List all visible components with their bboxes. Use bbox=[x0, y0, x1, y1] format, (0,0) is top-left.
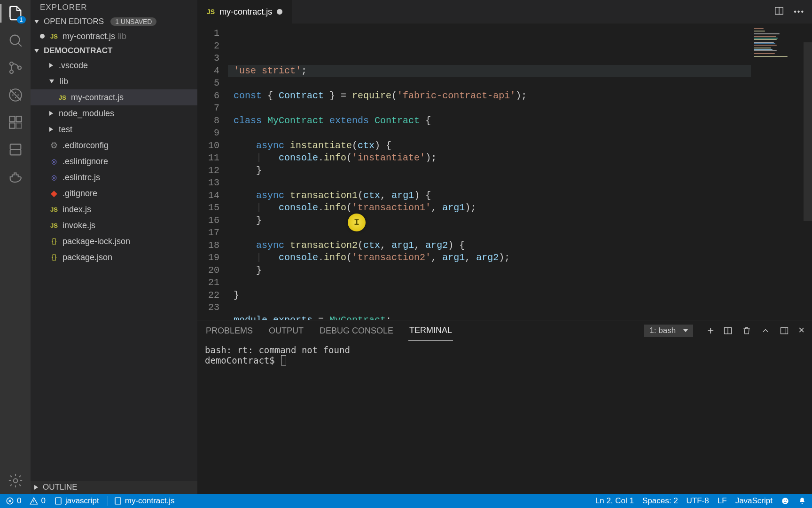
json-file-icon: {} bbox=[49, 253, 59, 262]
search-icon[interactable] bbox=[6, 31, 25, 50]
js-file-icon: JS bbox=[49, 206, 59, 213]
folder-test[interactable]: test bbox=[31, 121, 197, 137]
project-header[interactable]: DEMOCONTRACT bbox=[31, 44, 197, 57]
split-editor-icon[interactable] bbox=[774, 6, 784, 18]
status-file-path[interactable]: my-contract.js bbox=[108, 496, 175, 506]
file-eslintrc[interactable]: ◎.eslintrc.js bbox=[31, 169, 197, 185]
source-control-icon[interactable] bbox=[6, 58, 25, 77]
tab-bar: JS my-contract.js ••• bbox=[197, 0, 812, 24]
status-language[interactable]: JavaScript bbox=[735, 496, 773, 506]
dirty-indicator-icon bbox=[40, 34, 45, 39]
svg-point-2 bbox=[9, 70, 13, 73]
explorer-badge: 1 bbox=[17, 16, 26, 24]
eslint-icon: ◎ bbox=[49, 158, 59, 165]
tab-debug-console[interactable]: DEBUG CONSOLE bbox=[319, 321, 394, 341]
code-content[interactable]: 'use strict'; const { Contract } = requi… bbox=[228, 24, 751, 320]
settings-gear-icon[interactable] bbox=[6, 471, 25, 490]
close-panel-icon[interactable]: × bbox=[798, 324, 804, 337]
open-editors-label: OPEN EDITORS bbox=[44, 17, 104, 26]
js-file-icon: JS bbox=[49, 33, 59, 40]
svg-point-1 bbox=[9, 62, 13, 65]
status-errors[interactable]: 0 bbox=[6, 496, 21, 506]
maximize-panel-icon[interactable] bbox=[761, 324, 770, 337]
svg-rect-9 bbox=[10, 150, 21, 155]
project-name: DEMOCONTRACT bbox=[44, 46, 112, 56]
file-package[interactable]: {}package.json bbox=[31, 249, 197, 265]
status-warnings[interactable]: 0 bbox=[30, 496, 45, 506]
folder-node-modules[interactable]: node_modules bbox=[31, 105, 197, 121]
file-my-contract[interactable]: JSmy-contract.js bbox=[31, 89, 197, 105]
svg-rect-10 bbox=[10, 144, 21, 150]
json-file-icon: {} bbox=[49, 237, 59, 246]
folder-lib[interactable]: lib bbox=[31, 73, 197, 89]
svg-rect-16 bbox=[55, 498, 61, 504]
gear-icon: ⚙ bbox=[49, 140, 59, 151]
status-bar: 0 0 javascript my-contract.js Ln 2, Col … bbox=[0, 494, 812, 508]
outline-label: OUTLINE bbox=[43, 483, 78, 492]
blockchain-icon[interactable] bbox=[6, 140, 25, 159]
editor-area: JS my-contract.js ••• 123456789101112131… bbox=[197, 0, 812, 494]
open-editor-filename: my-contract.js bbox=[62, 32, 115, 41]
eslint-icon: ◎ bbox=[49, 174, 59, 181]
tab-my-contract[interactable]: JS my-contract.js bbox=[197, 0, 292, 24]
sidebar: EXPLORER OPEN EDITORS 1 UNSAVED JS my-co… bbox=[31, 0, 197, 494]
unsaved-badge: 1 UNSAVED bbox=[110, 17, 156, 26]
tab-output[interactable]: OUTPUT bbox=[268, 321, 304, 341]
tab-terminal[interactable]: TERMINAL bbox=[408, 321, 453, 341]
file-invoke[interactable]: JSinvoke.js bbox=[31, 217, 197, 233]
kill-terminal-icon[interactable] bbox=[742, 324, 751, 337]
outline-header[interactable]: OUTLINE bbox=[31, 481, 197, 494]
dirty-indicator-icon bbox=[277, 9, 282, 15]
git-icon: ◆ bbox=[49, 188, 59, 198]
svg-point-19 bbox=[784, 500, 785, 501]
status-lang-client[interactable]: javascript bbox=[54, 496, 99, 506]
split-terminal-icon[interactable] bbox=[723, 324, 733, 337]
file-editorconfig[interactable]: ⚙.editorconfig bbox=[31, 137, 197, 153]
svg-rect-5 bbox=[9, 116, 15, 121]
status-eol[interactable]: LF bbox=[718, 496, 727, 506]
move-panel-icon[interactable] bbox=[780, 324, 789, 337]
extensions-icon[interactable] bbox=[6, 113, 25, 132]
open-editor-item[interactable]: JS my-contract.jslib bbox=[31, 28, 197, 44]
terminal-selector[interactable]: 1: bash bbox=[644, 325, 693, 337]
js-file-icon: JS bbox=[207, 8, 215, 16]
tab-label: my-contract.js bbox=[219, 7, 272, 17]
open-editor-dir: lib bbox=[118, 32, 126, 41]
more-icon[interactable]: ••• bbox=[794, 8, 804, 16]
svg-rect-8 bbox=[16, 123, 21, 128]
file-index[interactable]: JSindex.js bbox=[31, 201, 197, 217]
svg-point-20 bbox=[786, 500, 787, 501]
svg-rect-6 bbox=[16, 116, 21, 121]
svg-point-18 bbox=[782, 498, 789, 504]
status-spaces[interactable]: Spaces: 2 bbox=[642, 496, 678, 506]
file-eslintignore[interactable]: ◎.eslintignore bbox=[31, 153, 197, 169]
status-bell-icon[interactable] bbox=[798, 497, 806, 505]
line-gutter: 1234567891011121314151617181920212223 bbox=[197, 24, 228, 320]
open-editors-header[interactable]: OPEN EDITORS 1 UNSAVED bbox=[31, 15, 197, 28]
svg-point-0 bbox=[10, 35, 19, 45]
bottom-panel: PROBLEMS OUTPUT DEBUG CONSOLE TERMINAL 1… bbox=[197, 320, 812, 494]
file-package-lock[interactable]: {}package-lock.json bbox=[31, 233, 197, 249]
status-encoding[interactable]: UTF-8 bbox=[687, 496, 709, 506]
status-cursor[interactable]: Ln 2, Col 1 bbox=[595, 496, 634, 506]
tab-problems[interactable]: PROBLEMS bbox=[205, 321, 254, 341]
new-terminal-icon[interactable]: + bbox=[707, 324, 714, 337]
activity-bar: 1 bbox=[0, 0, 31, 494]
sidebar-title: EXPLORER bbox=[31, 0, 197, 15]
folder-vscode[interactable]: .vscode bbox=[31, 57, 197, 73]
debug-icon[interactable] bbox=[6, 86, 25, 104]
svg-rect-14 bbox=[781, 327, 788, 333]
minimap[interactable] bbox=[751, 24, 812, 320]
code-editor[interactable]: 1234567891011121314151617181920212223 'u… bbox=[197, 24, 812, 320]
svg-rect-7 bbox=[9, 123, 15, 128]
svg-point-11 bbox=[13, 479, 17, 483]
scrollbar-thumb[interactable] bbox=[804, 42, 812, 221]
file-gitignore[interactable]: ◆.gitignore bbox=[31, 185, 197, 201]
docker-icon[interactable] bbox=[6, 167, 25, 186]
terminal-body[interactable]: bash: rt: command not found demoContract… bbox=[197, 341, 812, 494]
js-file-icon: JS bbox=[58, 94, 67, 101]
svg-rect-17 bbox=[115, 498, 121, 504]
explorer-icon[interactable]: 1 bbox=[6, 4, 25, 23]
js-file-icon: JS bbox=[49, 222, 59, 229]
status-feedback-icon[interactable] bbox=[781, 497, 789, 505]
